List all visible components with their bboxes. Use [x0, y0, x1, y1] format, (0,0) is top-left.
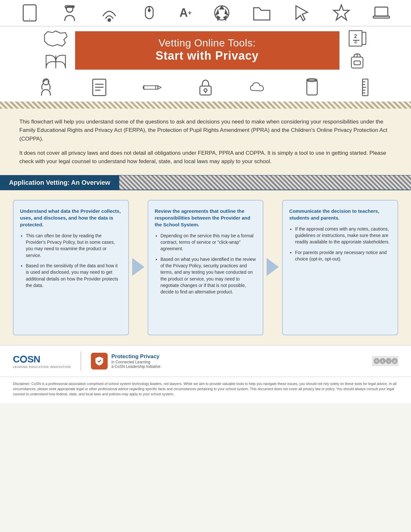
footer-logos: C SN LEADING EDUCATION INNOVATION Protec… [0, 345, 411, 377]
svg-rect-18 [373, 16, 389, 18]
section-header-label: Application Vetting: An Overview [0, 175, 119, 190]
svg-text:4: 4 [354, 39, 357, 45]
arrow-shape-1 [132, 258, 144, 276]
card-3-list: If the approval comes with any notes, ca… [289, 226, 391, 262]
open-book-icon [43, 52, 69, 71]
tablet-icon [20, 3, 39, 23]
svg-point-4 [108, 19, 111, 21]
svg-text:$: $ [382, 360, 384, 363]
arrow-2 [263, 200, 282, 276]
card-1-item-2: Based on the sensitivity of the data and… [26, 262, 122, 289]
card-3: Communicate the decision to teachers, st… [282, 200, 398, 335]
card-2-item-2: Based on what you have identified in the… [161, 256, 257, 295]
svg-point-38 [204, 89, 207, 92]
svg-marker-9 [220, 6, 224, 9]
cards-area: Understand what data the Provider collec… [0, 190, 411, 345]
svg-text:2: 2 [354, 34, 357, 39]
svg-marker-36 [143, 86, 144, 89]
cosn-logo-sn: SN [27, 354, 40, 365]
girl-icon [36, 78, 56, 97]
folder-icon [252, 3, 271, 23]
card-2: Review the agreements that outline the r… [148, 200, 264, 335]
title-banner: Vetting Online Tools: Start with Privacy [75, 31, 339, 70]
pp-title: Protecting Privacy [112, 353, 161, 360]
intro-paragraph-2: It does not cover all privacy laws and d… [19, 149, 392, 166]
card-1-item-1: This can often be done by reading the Pr… [26, 232, 122, 259]
card-3-item-2: For parents provide any necessary notice… [295, 249, 391, 262]
title-banner-wrapper: Vetting Online Tools: Start with Privacy… [0, 26, 411, 74]
cosn-logo-text: C [13, 354, 20, 365]
svg-rect-0 [23, 5, 36, 21]
arrow-shape-2 [267, 258, 279, 276]
icon-strip-bottom [0, 74, 411, 102]
document-icon [90, 78, 109, 97]
a-plus-icon: A+ [180, 6, 192, 20]
card-3-item-1: If the approval comes with any notes, ca… [295, 226, 391, 245]
card-1: Understand what data the Provider collec… [13, 200, 129, 335]
svg-text:◎: ◎ [394, 360, 396, 363]
cosn-logo-block: C SN LEADING EDUCATION INNOVATION [13, 354, 71, 369]
pp-subtitle: in Connected Learning [112, 360, 161, 364]
usa-map-icon-left [43, 30, 69, 49]
svg-rect-16 [375, 7, 388, 16]
card-2-title: Review the agreements that outline the r… [155, 208, 257, 228]
logo-divider [81, 351, 81, 371]
pp-text-block: Protecting Privacy in Connected Learning… [112, 353, 161, 369]
icon-strip-top: A+ [0, 0, 411, 26]
ruler-icon [356, 78, 375, 97]
section-header-stripe [119, 175, 411, 190]
laptop-icon [372, 3, 391, 23]
card-3-title: Communicate the decision to teachers, st… [289, 208, 391, 221]
svg-rect-26 [354, 61, 360, 65]
wifi-icon [100, 3, 119, 23]
pencil-icon [143, 78, 162, 97]
backpack-icon-right [347, 51, 367, 72]
person-icon [60, 3, 79, 23]
svg-marker-34 [158, 86, 161, 89]
cloud-icon [249, 78, 269, 97]
soccer-icon [212, 3, 231, 23]
pp-by: a CoSN Leadership Initiative [112, 364, 161, 369]
svg-marker-15 [334, 5, 349, 20]
pp-icon [91, 353, 108, 369]
svg-point-7 [148, 9, 150, 11]
cosn-tagline: LEADING EDUCATION INNOVATION [13, 365, 71, 369]
section-header-bar: Application Vetting: An Overview [0, 175, 411, 190]
svg-marker-14 [296, 6, 308, 21]
intro-paragraph-1: This flowchart will help you understand … [19, 118, 392, 143]
star-icon [332, 3, 351, 23]
title-line2: Start with Privacy [94, 49, 320, 63]
cc-badge: © $ = ◎ [372, 356, 398, 366]
stripe-divider [0, 102, 411, 109]
mouse-icon [140, 3, 159, 23]
disclaimer-text: Disclaimer: CoSN is a professional assoc… [13, 381, 398, 397]
card-1-title: Understand what data the Provider collec… [20, 208, 122, 228]
svg-text:©: © [376, 360, 378, 363]
svg-marker-13 [216, 10, 219, 15]
svg-rect-25 [351, 57, 363, 68]
card-2-item-1: Depending on the service this may be a f… [161, 232, 257, 252]
cosn-o-circle [20, 356, 27, 363]
cylinder-icon [302, 78, 322, 97]
title-line1: Vetting Online Tools: [94, 37, 320, 49]
notepad-icon: 2 4 [346, 29, 368, 48]
intro-section: This flowchart will help you understand … [0, 109, 411, 175]
lock-icon [196, 78, 215, 97]
disclaimer-section: Disclaimer: CoSN is a professional assoc… [0, 377, 411, 403]
svg-rect-37 [200, 86, 211, 95]
card-1-list: This can often be done by reading the Pr… [20, 232, 122, 289]
svg-rect-40 [307, 80, 317, 95]
arrow-1 [129, 200, 148, 276]
cursor-icon [292, 3, 311, 23]
svg-text:=: = [388, 360, 389, 363]
svg-rect-24 [362, 32, 366, 44]
protecting-privacy-logo: Protecting Privacy in Connected Learning… [91, 353, 161, 369]
card-2-list: Depending on the service this may be a f… [155, 232, 257, 295]
svg-marker-10 [225, 10, 228, 15]
